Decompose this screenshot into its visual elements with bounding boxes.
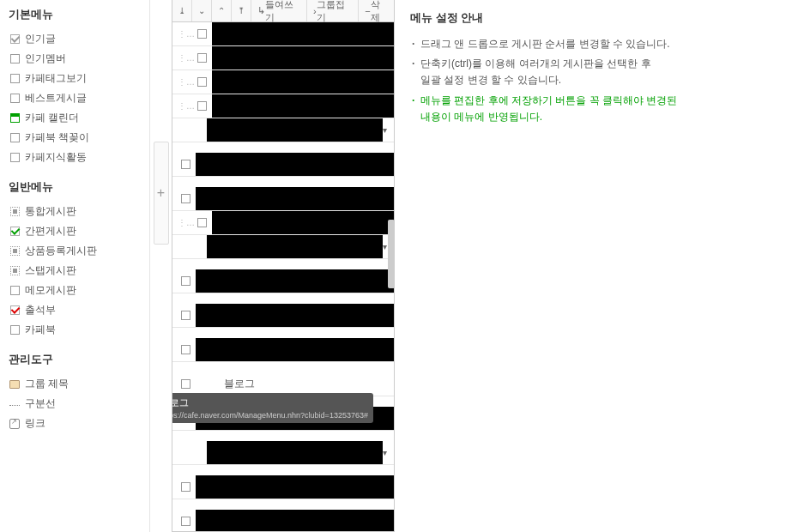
sidebar-item-label: 카페태그보기 — [25, 71, 87, 86]
info-text: 메뉴를 편집한 후에 저장하기 버튼을 꼭 클릭해야 변경된 — [420, 94, 677, 106]
row-spacer — [172, 293, 394, 304]
menu-row[interactable] — [172, 338, 394, 362]
sidebar-item-cafe-book-shelf[interactable]: 카페북 책꽂이 — [9, 128, 141, 148]
sidebar-item-attendance[interactable]: 출석부 — [9, 300, 141, 320]
board-icon — [181, 311, 190, 320]
sidebar-item-label: 스탭게시판 — [25, 263, 76, 278]
chevron-down-icon: ▾ — [383, 125, 387, 135]
info-text: 단축키(ctrl)를 이용해 여러개의 게시판을 선택한 후 — [420, 57, 651, 70]
menu-row[interactable] — [172, 475, 394, 499]
menu-group-row[interactable]: ▾ — [172, 118, 394, 142]
move-down-button[interactable]: ⌄ — [192, 0, 212, 21]
indent-button[interactable]: ↳ 들여쓰기 — [251, 0, 307, 21]
square-icon — [9, 285, 21, 297]
menu-row[interactable]: ⋮… — [172, 22, 394, 46]
redacted-label — [212, 46, 394, 70]
chevron-bar-down-icon: ⤓ — [178, 6, 185, 15]
sidebar-item-label: 베스트게시글 — [25, 91, 87, 106]
delete-button[interactable]: − 삭제 — [359, 0, 394, 21]
row-spacer — [172, 465, 394, 475]
menu-row[interactable]: ⋮… — [172, 211, 394, 235]
menu-group-row[interactable]: ▾ — [172, 441, 394, 465]
divider-icon — [9, 398, 21, 410]
indent-label: 들여쓰기 — [265, 0, 300, 24]
chevron-down-icon: ⌄ — [198, 6, 205, 15]
editor-toolbar: ⤓ ⌄ ⌃ ⤒ ↳ 들여쓰기 › 그룹접기 − 삭제 — [172, 0, 394, 22]
sidebar-item-divider[interactable]: 구분선 — [9, 394, 141, 414]
sidebar-item-label: 인기멤버 — [25, 51, 66, 66]
scrollbar-thumb[interactable] — [388, 220, 394, 288]
redacted-label — [196, 304, 394, 327]
menu-row[interactable]: ⋮… — [172, 46, 394, 70]
row-spacer — [172, 499, 394, 510]
adder-column: + — [150, 0, 172, 532]
menu-row[interactable] — [172, 304, 394, 328]
menu-row[interactable]: ⋮… — [172, 70, 394, 94]
info-item-highlight: 메뉴를 편집한 후에 저장하기 버튼을 꼭 클릭해야 변경된내용이 메뉴에 반영… — [410, 93, 783, 125]
board-icon — [197, 53, 207, 63]
square-icon — [9, 132, 21, 144]
row-spacer — [172, 177, 394, 187]
folder-icon — [9, 378, 21, 390]
board-icon — [9, 265, 21, 277]
menu-row[interactable] — [172, 269, 394, 293]
sidebar-item-cafebook[interactable]: 카페북 — [9, 320, 141, 340]
board-icon — [181, 160, 190, 169]
sidebar-item-cafe-knowledge[interactable]: 카페지식활동 — [9, 148, 141, 167]
menu-rows: ⋮… ⋮… ⋮… ⋮… ▾ ⋮… ▾ 블로그 ▾ — [172, 22, 394, 531]
info-panel: 메뉴 설정 안내 드래그 앤 드롭으로 게시판 순서를 변경할 수 있습니다. … — [395, 0, 798, 532]
board-icon — [197, 77, 207, 87]
sidebar-item-popular-members[interactable]: 인기멤버 — [9, 49, 141, 69]
redacted-label — [212, 70, 394, 94]
board-icon — [181, 517, 190, 526]
menu-row[interactable]: ⋮… — [172, 94, 394, 118]
move-up-button[interactable]: ⌃ — [212, 0, 232, 21]
check-icon — [9, 33, 21, 45]
info-title: 메뉴 설정 안내 — [410, 10, 783, 26]
square-icon — [9, 93, 21, 105]
chevron-bar-up-icon: ⤒ — [238, 6, 245, 15]
sidebar-item-cafe-calendar[interactable]: 카페 캘린더 — [9, 108, 141, 128]
sidebar-item-memo-board[interactable]: 메모게시판 — [9, 281, 141, 300]
sidebar-item-label: 카페북 — [25, 323, 56, 337]
row-spacer — [172, 362, 394, 372]
menu-group-row[interactable]: ▾ — [172, 235, 394, 259]
redacted-label — [196, 269, 394, 293]
board-icon — [9, 245, 21, 257]
row-spacer — [172, 259, 394, 269]
move-bottom-button[interactable]: ⤓ — [172, 0, 192, 21]
tree-indent-icon: ⋮… — [178, 218, 195, 227]
sidebar-item-best-posts[interactable]: 베스트게시글 — [9, 88, 141, 108]
sidebar-item-link[interactable]: 링크 — [9, 414, 141, 433]
check-icon — [9, 226, 21, 238]
sidebar-item-label: 카페북 책꽂이 — [25, 130, 89, 145]
menu-row[interactable] — [172, 187, 394, 211]
sidebar-item-product-board[interactable]: 상품등록게시판 — [9, 241, 141, 261]
sidebar-item-staff-board[interactable]: 스탭게시판 — [9, 261, 141, 281]
menu-row[interactable] — [172, 153, 394, 177]
square-icon — [9, 152, 21, 164]
info-list: 드래그 앤 드롭으로 게시판 순서를 변경할 수 있습니다. 단축키(ctrl)… — [410, 36, 783, 125]
chevron-down-icon: ▾ — [383, 242, 387, 251]
sidebar-general-title: 일반메뉴 — [9, 179, 141, 195]
group-fold-button[interactable]: › 그룹접기 — [307, 0, 359, 21]
sidebar-item-popular-posts[interactable]: 인기글 — [9, 29, 141, 49]
board-icon — [197, 29, 207, 39]
redacted-label — [207, 235, 383, 258]
redacted-label — [196, 153, 394, 176]
redacted-label — [212, 22, 394, 45]
sidebar-item-group-title[interactable]: 그룹 제목 — [9, 374, 141, 394]
sidebar-item-label: 간편게시판 — [25, 224, 76, 239]
group-label: 그룹접기 — [317, 0, 352, 24]
move-top-button[interactable]: ⤒ — [232, 0, 251, 21]
sidebar-item-label: 출석부 — [25, 303, 56, 317]
square-icon — [9, 73, 21, 85]
sidebar-item-cafe-tags[interactable]: 카페태그보기 — [9, 69, 141, 88]
add-menu-rail[interactable]: + — [154, 142, 169, 245]
sidebar-basic-title: 기본메뉴 — [9, 7, 141, 22]
sidebar-item-simple-board[interactable]: 간편게시판 — [9, 221, 141, 241]
redacted-label — [196, 187, 394, 210]
sidebar-item-integrated-board[interactable]: 통합게시판 — [9, 202, 141, 221]
menu-row[interactable] — [172, 510, 394, 531]
redacted-label — [196, 510, 394, 531]
